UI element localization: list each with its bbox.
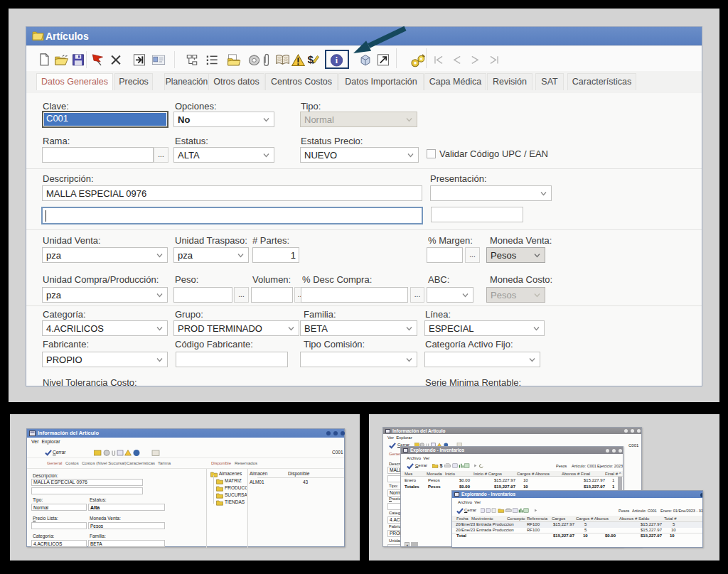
svg-text:$: $ <box>439 463 442 468</box>
